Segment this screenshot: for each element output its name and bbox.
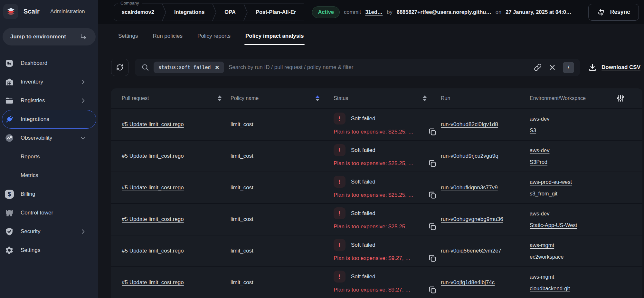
- sidebar-item-label: Billing: [21, 191, 86, 197]
- pull-request-link[interactable]: #5 Update limit_cost.rego: [122, 279, 184, 285]
- breadcrumb-policy-group[interactable]: Post-Plan-All-Er: [248, 9, 304, 15]
- status-cell: ! Soft failed Plan is too expensive: $9.…: [334, 239, 441, 263]
- environment-link[interactable]: aws-mgmt: [530, 242, 554, 248]
- workspace-link[interactable]: S3Prod: [530, 159, 547, 165]
- scalr-logo-icon[interactable]: [3, 4, 18, 19]
- column-header-policy-name[interactable]: Policy name: [231, 95, 334, 101]
- environment-link[interactable]: aws-mgmt: [530, 274, 554, 280]
- policy-name: limit_cost: [231, 216, 334, 223]
- status-text: Soft failed: [351, 210, 375, 217]
- sidebar-item-observability[interactable]: Observability: [2, 129, 96, 147]
- sidebar-item-control-tower[interactable]: Control tower: [2, 204, 96, 222]
- download-csv-button[interactable]: Download CSV: [588, 63, 640, 72]
- by-label: by: [387, 9, 392, 15]
- environment-cell: aws-prod-eu-west s3_from_git: [530, 179, 642, 197]
- sidebar-item-label: Control tower: [21, 210, 86, 216]
- sidebar-item-settings[interactable]: Settings: [2, 241, 96, 260]
- chip-close-icon[interactable]: ✕: [215, 65, 219, 71]
- chevron-right-icon: [80, 228, 86, 235]
- run-link[interactable]: run-v0ohufkiqnn3s77v9: [441, 184, 498, 191]
- sidebar-item-integrations[interactable]: Integrations: [2, 110, 96, 129]
- dollar-icon: $: [5, 190, 14, 199]
- workspace-link[interactable]: S3: [530, 127, 536, 134]
- tab-settings[interactable]: Settings: [118, 33, 138, 45]
- castle-tower-icon: [5, 208, 14, 217]
- run-link[interactable]: run-v0oiq56ene62vm2e7: [441, 248, 501, 254]
- breadcrumb-opa[interactable]: OPA: [217, 9, 243, 15]
- column-header-environment[interactable]: Environment/Workspace: [530, 94, 642, 102]
- soft-failed-icon: !: [334, 176, 346, 188]
- toolbar: status:soft_failed ✕ / Download CSV: [111, 59, 642, 76]
- tab-run-policies[interactable]: Run policies: [153, 33, 183, 45]
- copy-icon[interactable]: [428, 159, 437, 168]
- slash-shortcut-key[interactable]: /: [563, 62, 574, 73]
- sort-icon[interactable]: [423, 95, 427, 101]
- pull-request-link[interactable]: #5 Update limit_cost.rego: [122, 121, 184, 127]
- tab-policy-impact-analysis[interactable]: Policy impact analysis: [245, 33, 304, 45]
- workspace-link[interactable]: ec2workspace: [530, 254, 564, 260]
- copy-icon[interactable]: [428, 254, 437, 263]
- jump-to-environment-label: Jump to environment: [10, 34, 66, 40]
- resync-button[interactable]: Resync: [588, 4, 639, 21]
- column-header-run[interactable]: Run: [441, 95, 530, 101]
- sidebar-item-security[interactable]: Security: [2, 222, 96, 241]
- soft-failed-icon: !: [334, 144, 346, 156]
- status-text: Soft failed: [351, 273, 375, 280]
- jump-to-environment-button[interactable]: Jump to environment: [3, 28, 96, 45]
- column-header-pull-request[interactable]: Pull request: [111, 95, 231, 101]
- sidebar-item-registries[interactable]: Registries: [2, 91, 96, 110]
- search-bar[interactable]: status:soft_failed ✕ /: [135, 59, 580, 76]
- table-row: #5 Update limit_cost.rego limit_cost ! S…: [111, 235, 642, 266]
- filter-chip[interactable]: status:soft_failed ✕: [154, 62, 224, 73]
- copy-link-icon[interactable]: [534, 64, 542, 71]
- sidebar-item-metrics[interactable]: Metrics: [2, 166, 96, 185]
- commit-meta: Active commit 31ed… by 6885827+rtfee@use…: [312, 6, 588, 18]
- workspace-link[interactable]: Static-App-US-West: [530, 222, 577, 228]
- table-row: #5 Update limit_cost.rego limit_cost ! S…: [111, 172, 642, 203]
- policy-name: limit_cost: [231, 121, 334, 128]
- pull-request-link[interactable]: #5 Update limit_cost.rego: [122, 153, 184, 159]
- workspace-link[interactable]: s3_from_git: [530, 191, 557, 197]
- workspace-link[interactable]: cloudbackend-git: [530, 285, 570, 292]
- sort-icon[interactable]: [218, 95, 222, 101]
- run-link[interactable]: run-v0ohud82cl0fgv1d8: [441, 121, 498, 127]
- policy-name: limit_cost: [231, 153, 334, 159]
- resync-icon: [597, 8, 605, 16]
- run-link[interactable]: run-v0ohud9rjcu2vgu9q: [441, 153, 498, 159]
- sidebar-item-inventory[interactable]: Inventory: [2, 73, 96, 91]
- status-text: Soft failed: [351, 115, 375, 122]
- clear-search-icon[interactable]: [549, 64, 556, 71]
- copy-icon[interactable]: [428, 222, 437, 231]
- app-title: Scalr: [24, 8, 40, 15]
- sidebar-item-billing[interactable]: $ Billing: [2, 185, 96, 204]
- refresh-button[interactable]: [111, 59, 128, 76]
- bar-chart-icon: [5, 59, 14, 68]
- breadcrumb-integrations[interactable]: Integrations: [166, 9, 212, 15]
- environment-link[interactable]: aws-prod-eu-west: [530, 179, 572, 185]
- copy-icon[interactable]: [428, 127, 437, 136]
- environment-link[interactable]: aws-dev: [530, 211, 549, 217]
- tab-policy-reports[interactable]: Policy reports: [197, 33, 231, 45]
- environment-link[interactable]: aws-dev: [530, 116, 549, 122]
- environment-link[interactable]: aws-dev: [530, 147, 549, 154]
- breadcrumb-company[interactable]: scalrdemov2: [114, 9, 162, 15]
- run-link[interactable]: run-v0ohugvgnebg9mu36: [441, 216, 503, 222]
- status-text: Soft failed: [351, 242, 375, 248]
- search-input[interactable]: [229, 64, 527, 71]
- column-settings-sliders-icon[interactable]: [617, 94, 624, 102]
- column-header-status[interactable]: Status: [334, 95, 441, 101]
- copy-icon[interactable]: [428, 191, 437, 200]
- pull-request-link[interactable]: #5 Update limit_cost.rego: [122, 184, 184, 191]
- copy-icon[interactable]: [428, 285, 437, 294]
- run-link[interactable]: run-v0ojfg1d8e4lbj74c: [441, 279, 495, 285]
- pull-request-link[interactable]: #5 Update limit_cost.rego: [122, 248, 184, 254]
- table-row: #5 Update limit_cost.rego limit_cost ! S…: [111, 108, 642, 140]
- status-message: Plan is too expensive: $25.25, …: [334, 224, 414, 230]
- sidebar-item-label: Integrations: [21, 116, 86, 123]
- topbar: Company scalrdemov2 Integrations OPA Pos…: [98, 0, 644, 24]
- sort-icon-active[interactable]: [316, 95, 319, 101]
- pull-request-link[interactable]: #5 Update limit_cost.rego: [122, 216, 184, 222]
- sidebar-item-dashboard[interactable]: Dashboard: [2, 54, 96, 73]
- commit-link[interactable]: 31ed…: [365, 9, 383, 15]
- sidebar-item-reports[interactable]: Reports: [2, 147, 96, 166]
